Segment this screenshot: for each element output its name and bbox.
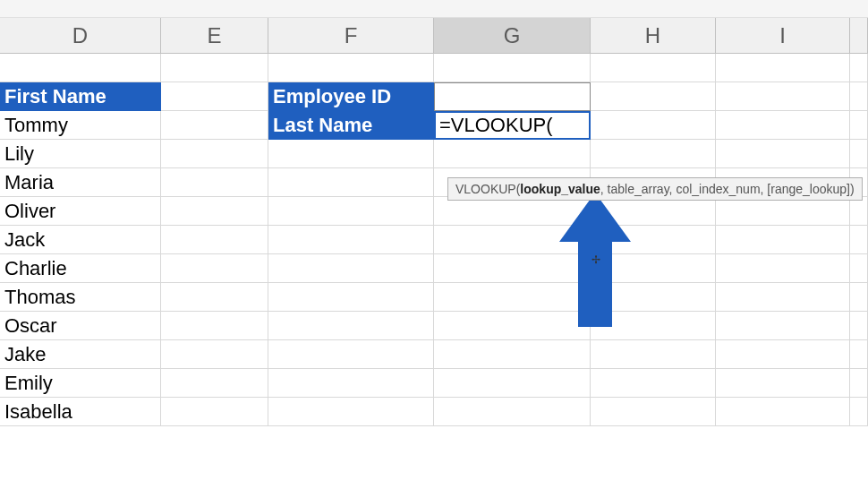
cell-J2[interactable] [850,82,868,111]
col-header-E[interactable]: E [161,18,268,53]
col-header-G[interactable]: G [434,18,591,53]
cell-J1[interactable] [850,54,868,82]
col-header-J[interactable] [850,18,868,53]
cell-J12[interactable] [850,369,868,398]
cell-D1[interactable] [0,54,161,82]
cell-D3[interactable]: Tommy [0,111,161,140]
cell-J4[interactable] [850,140,868,168]
cell-H4[interactable] [591,140,716,168]
cell-I8[interactable] [716,254,850,283]
cell-F12[interactable] [268,369,434,398]
row-2: First Name Employee ID [0,82,868,111]
cell-F9[interactable] [268,283,434,312]
cell-I10[interactable] [716,312,850,340]
formula-tooltip[interactable]: VLOOKUP(lookup_value, table_array, col_i… [447,177,863,201]
row-1 [0,54,868,82]
cell-E8[interactable] [161,254,268,283]
cell-G13[interactable] [434,398,591,426]
row-12: Emily [0,369,868,398]
cell-F4[interactable] [268,140,434,168]
cell-I11[interactable] [716,340,850,369]
cell-D12[interactable]: Emily [0,369,161,398]
cell-D13[interactable]: Isabella [0,398,161,426]
tooltip-suffix: , table_array, col_index_num, [range_loo… [600,182,855,196]
spreadsheet-grid: D E F G H I First Name Employee ID Tommy… [0,18,868,426]
cell-F2-header[interactable]: Employee ID [268,82,434,111]
cell-E4[interactable] [161,140,268,168]
cell-E2[interactable] [161,82,268,111]
row-6: Oliver [0,197,868,226]
cell-I12[interactable] [716,369,850,398]
cell-E13[interactable] [161,398,268,426]
cell-F7[interactable] [268,226,434,254]
cell-G3-formula[interactable]: =VLOOKUP( [434,111,591,140]
cell-J8[interactable] [850,254,868,283]
cell-H13[interactable] [591,398,716,426]
cell-F8[interactable] [268,254,434,283]
col-header-I[interactable]: I [716,18,850,53]
row-7: Jack [0,226,868,254]
cell-D11[interactable]: Jake [0,340,161,369]
cell-E10[interactable] [161,312,268,340]
cell-F5[interactable] [268,168,434,197]
tooltip-current-arg: lookup_value [520,182,600,196]
cell-E6[interactable] [161,197,268,226]
cell-E9[interactable] [161,283,268,312]
cell-J11[interactable] [850,340,868,369]
cell-G11[interactable] [434,340,591,369]
cell-H12[interactable] [591,369,716,398]
row-4: Lily [0,140,868,168]
cell-J7[interactable] [850,226,868,254]
cell-H1[interactable] [591,54,716,82]
cell-G1[interactable] [434,54,591,82]
cell-H2[interactable] [591,82,716,111]
cell-D9[interactable]: Thomas [0,283,161,312]
cell-E3[interactable] [161,111,268,140]
cell-I9[interactable] [716,283,850,312]
row-10: Oscar [0,312,868,340]
cell-J13[interactable] [850,398,868,426]
tooltip-prefix: VLOOKUP( [455,182,520,196]
cell-J3[interactable] [850,111,868,140]
cell-D8[interactable]: Charlie [0,254,161,283]
cell-D10[interactable]: Oscar [0,312,161,340]
row-3: Tommy Last Name =VLOOKUP( [0,111,868,140]
cell-D5[interactable]: Maria [0,168,161,197]
cell-I7[interactable] [716,226,850,254]
cell-F10[interactable] [268,312,434,340]
cell-D6[interactable]: Oliver [0,197,161,226]
cell-G2[interactable] [434,82,591,111]
cell-F1[interactable] [268,54,434,82]
cell-E11[interactable] [161,340,268,369]
cell-G12[interactable] [434,369,591,398]
cell-F6[interactable] [268,197,434,226]
col-header-D[interactable]: D [0,18,161,53]
cell-D4[interactable]: Lily [0,140,161,168]
row-9: Thomas [0,283,868,312]
cell-I6[interactable] [716,197,850,226]
cell-I1[interactable] [716,54,850,82]
cell-H11[interactable] [591,340,716,369]
cell-J9[interactable] [850,283,868,312]
cell-E5[interactable] [161,168,268,197]
cell-D2-header[interactable]: First Name [0,82,161,111]
cell-E12[interactable] [161,369,268,398]
cell-G4[interactable] [434,140,591,168]
cell-E1[interactable] [161,54,268,82]
cell-I4[interactable] [716,140,850,168]
cell-D7[interactable]: Jack [0,226,161,254]
col-header-H[interactable]: H [591,18,716,53]
cell-J6[interactable] [850,197,868,226]
cell-F3-header[interactable]: Last Name [268,111,434,140]
cell-I13[interactable] [716,398,850,426]
cell-F11[interactable] [268,340,434,369]
cell-E7[interactable] [161,226,268,254]
cell-F13[interactable] [268,398,434,426]
cell-J10[interactable] [850,312,868,340]
col-header-F[interactable]: F [268,18,434,53]
title-bar [0,0,868,18]
cell-I2[interactable] [716,82,850,111]
row-8: Charlie [0,254,868,283]
cell-H3[interactable] [591,111,716,140]
cell-I3[interactable] [716,111,850,140]
